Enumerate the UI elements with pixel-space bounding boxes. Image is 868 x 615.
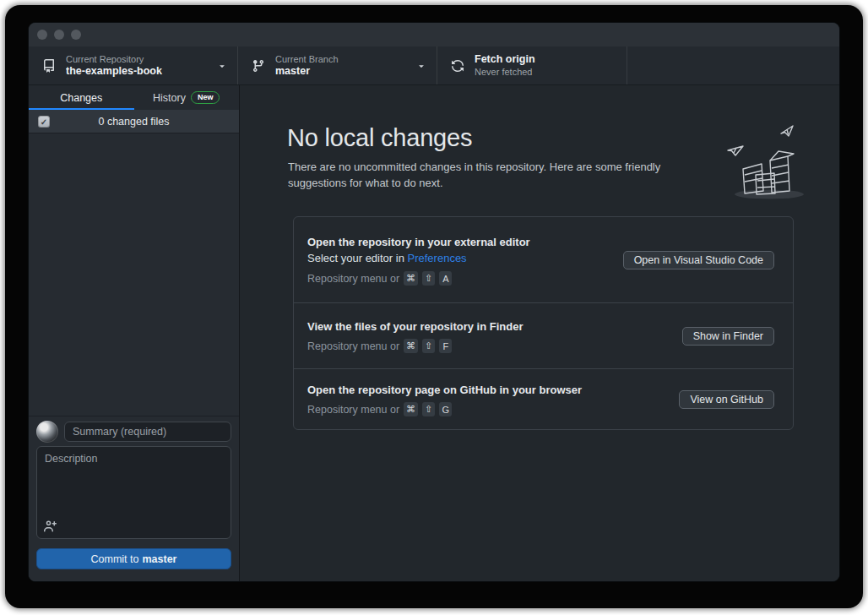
view-on-github-button[interactable]: View on GitHub <box>679 390 774 409</box>
suggestion-view-github: Open the repository page on GitHub in yo… <box>294 368 793 429</box>
shortcut-prefix: Repository menu or <box>307 273 399 285</box>
suggestion-open-editor-text: Open the repository in your external edi… <box>307 234 530 286</box>
tab-history-label: History <box>153 92 186 104</box>
suggestion-show-finder: View the files of your repository in Fin… <box>294 302 793 368</box>
current-branch-dropdown[interactable]: Current Branch master <box>238 46 437 84</box>
current-repository-value: the-examples-book <box>66 65 212 78</box>
cmd-key: ⌘ <box>404 271 418 286</box>
commit-summary-input[interactable] <box>64 422 231 442</box>
commit-form: Commit to master <box>29 416 239 581</box>
commit-description-input[interactable] <box>37 447 231 520</box>
suggestion-show-finder-text: View the files of your repository in Fin… <box>307 318 523 353</box>
current-repository-label: Current Repository <box>66 53 212 65</box>
git-branch-icon <box>252 59 265 73</box>
shortcut-prefix: Repository menu or <box>307 404 399 416</box>
shortcut-prefix: Repository menu or <box>307 340 399 352</box>
tab-changes-label: Changes <box>60 92 102 104</box>
letter-key: F <box>439 339 452 353</box>
letter-key: G <box>439 402 452 416</box>
commit-button-branch: master <box>142 553 176 565</box>
tab-history[interactable]: History New <box>134 85 240 110</box>
toolbar-spacer <box>627 46 839 84</box>
suggestion-view-github-text: Open the repository page on GitHub in yo… <box>307 382 582 416</box>
letter-key: A <box>439 271 452 286</box>
toolbar: Current Repository the-examples-book Cur… <box>29 46 839 85</box>
desktop-canvas: Current Repository the-examples-book Cur… <box>0 0 868 615</box>
current-repository-text: Current Repository the-examples-book <box>66 53 212 78</box>
sync-icon <box>451 59 464 73</box>
fetch-origin-status: Never fetched <box>475 66 616 78</box>
add-coauthor-icon[interactable] <box>44 520 57 533</box>
repo-icon <box>42 59 56 73</box>
commit-button-prefix: Commit to <box>91 553 139 565</box>
shortcut-hint: Repository menu or ⌘ ⇧ G <box>307 402 582 416</box>
open-in-editor-button[interactable]: Open in Visual Studio Code <box>623 251 774 269</box>
current-branch-value: master <box>275 65 411 78</box>
close-button[interactable] <box>37 30 47 40</box>
fetch-origin-button[interactable]: Fetch origin Never fetched <box>437 46 627 84</box>
cmd-key: ⌘ <box>404 402 418 416</box>
new-badge: New <box>191 91 220 104</box>
tab-changes[interactable]: Changes <box>29 85 134 110</box>
fetch-origin-text: Fetch origin Never fetched <box>475 53 616 78</box>
commit-description-box <box>36 446 231 539</box>
chevron-down-icon <box>416 61 426 71</box>
shortcut-hint: Repository menu or ⌘ ⇧ A <box>307 271 530 286</box>
shift-key: ⇧ <box>422 402 435 416</box>
commit-button[interactable]: Commit to master <box>36 548 231 569</box>
titlebar[interactable] <box>29 23 839 46</box>
github-desktop-window: Current Repository the-examples-book Cur… <box>28 22 840 582</box>
suggestion-title: Open the repository page on GitHub in yo… <box>307 382 582 398</box>
current-branch-label: Current Branch <box>275 53 411 65</box>
fetch-origin-label: Fetch origin <box>475 53 616 66</box>
page-subtitle: There are no uncommitted changes in this… <box>288 160 719 191</box>
shift-key: ⇧ <box>422 339 435 353</box>
suggestion-title: View the files of your repository in Fin… <box>307 318 523 335</box>
main-panel: No local changes There are no uncommitte… <box>240 85 839 581</box>
show-in-finder-button[interactable]: Show in Finder <box>682 327 774 346</box>
suggestion-title: Open the repository in your external edi… <box>307 234 530 250</box>
cmd-key: ⌘ <box>404 339 418 353</box>
preferences-link[interactable]: Preferences <box>408 252 467 264</box>
zoom-button[interactable] <box>71 30 81 40</box>
current-branch-text: Current Branch master <box>275 53 411 78</box>
changed-files-header: ✓ 0 changed files <box>29 110 239 133</box>
shortcut-hint: Repository menu or ⌘ ⇧ F <box>307 339 523 353</box>
sidebar-tabs: Changes History New <box>29 85 239 110</box>
sidebar: Changes History New ✓ 0 changed files <box>29 85 240 581</box>
changes-file-list[interactable] <box>29 133 239 416</box>
current-repository-dropdown[interactable]: Current Repository the-examples-book <box>29 46 238 84</box>
select-all-checkbox[interactable]: ✓ <box>38 116 50 128</box>
editor-line-prefix: Select your editor in <box>307 252 408 264</box>
changed-files-label: 0 changed files <box>98 116 169 128</box>
suggestion-line: Select your editor in Preferences <box>307 250 530 267</box>
crumpled-papers-illustration <box>721 122 814 202</box>
suggestions-panel: Open the repository in your external edi… <box>293 216 794 430</box>
chevron-down-icon <box>217 61 227 71</box>
avatar <box>36 421 58 443</box>
minimize-button[interactable] <box>54 30 64 40</box>
shift-key: ⇧ <box>422 271 435 286</box>
suggestion-open-editor: Open the repository in your external edi… <box>294 217 793 302</box>
